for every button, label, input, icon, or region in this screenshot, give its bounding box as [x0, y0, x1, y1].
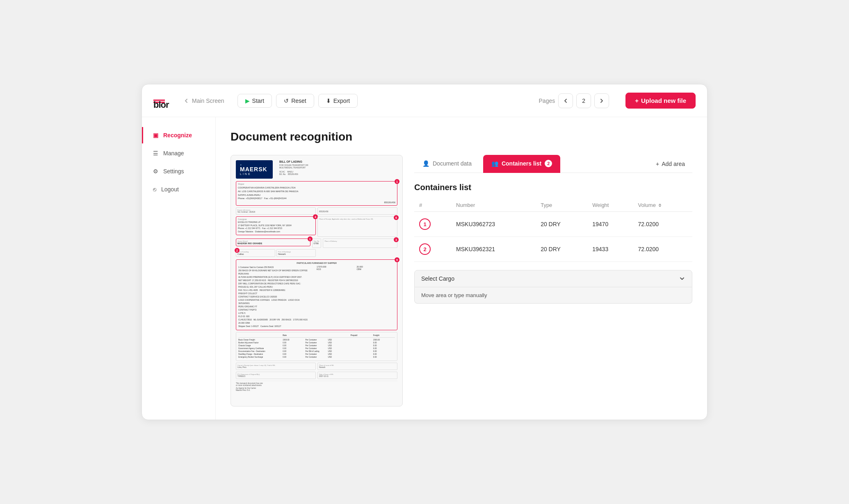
tab-document-data[interactable]: 👤 Document data: [414, 155, 480, 173]
row2-weight: 19433: [587, 237, 633, 262]
voyage: Voy. No. 0766: [312, 238, 322, 248]
reset-icon: ↺: [284, 98, 289, 104]
logout-icon: ⎋: [153, 186, 156, 193]
col-weight: Weight: [587, 199, 633, 212]
start-button[interactable]: ▶ Start: [237, 94, 272, 108]
right-panel: 👤 Document data 👥 Containers list 2 + Ad…: [414, 155, 692, 406]
consignee-section: 4 Consignee EXCELCO TRADING LP17 BATTERY…: [236, 216, 316, 235]
sidebar-item-logout[interactable]: ⎋ Logout: [142, 181, 215, 198]
bill-sub: FOR OCEAN TRANSPORT ORMULTIMODAL TRANSPO…: [279, 164, 397, 169]
app-frame: blor Main Screen ▶ Start ↺ Reset ⬇ Expor…: [142, 84, 708, 420]
header: blor Main Screen ▶ Start ↺ Reset ⬇ Expor…: [142, 84, 707, 117]
row2-number: MSKU3962321: [451, 237, 536, 262]
sidebar-item-recognize[interactable]: ▣ Recognize: [142, 127, 215, 143]
section-num-6: 6: [394, 215, 399, 220]
doc-footer-text: This transport document has oneor more n…: [236, 381, 397, 391]
vessel-section: 1 Ocean Vessel MAERSK RIO GRANDE: [236, 238, 310, 246]
port-discharge: Port of Discharge Newark: [276, 249, 316, 257]
select-cargo-dropdown[interactable]: Select Cargo: [414, 270, 692, 287]
place-issue: Place of issue of B/L Newark: [317, 363, 397, 370]
row1-num: 1: [414, 212, 451, 237]
back-label: Main Screen: [192, 98, 224, 104]
freight-section: RatePrepaidFreight Basic Ocean Freight15…: [236, 332, 397, 361]
page-title: Document recognition: [231, 130, 692, 143]
reset-label: Reset: [291, 98, 306, 104]
app-body: ▣ Recognize ☰ Manage ⚙ Settings ⎋ Logout…: [142, 117, 707, 420]
select-cargo-area: Select Cargo Move area or type manually: [414, 270, 692, 304]
prev-page-icon: [563, 98, 568, 104]
port-row: 2 Port of Loading Callao Port of Dischar…: [236, 249, 316, 257]
section-num-vessel: 1: [308, 236, 313, 241]
scac-bl: SCAC MAEU B/L No. 855291456: [279, 170, 397, 175]
tab-document-data-label: Document data: [433, 160, 472, 167]
add-area-button[interactable]: + Add area: [648, 157, 692, 171]
next-page-button[interactable]: [594, 93, 609, 108]
upload-label: Upload new file: [641, 97, 686, 104]
place-receipt: 6 Place of Receipt. Applicable only when…: [317, 216, 397, 237]
pages-label: Pages: [539, 98, 555, 104]
row1-circle: 1: [419, 218, 431, 230]
tabs-row: 👤 Document data 👥 Containers list 2 + Ad…: [414, 155, 692, 173]
export-label: Export: [333, 98, 350, 104]
row1-volume: 72.0200: [633, 212, 692, 237]
table-row: 1 MSKU3962723 20 DRY 19470 72.0200: [414, 212, 692, 237]
col-volume: Volume: [633, 199, 692, 212]
settings-icon: ⚙: [153, 168, 158, 175]
sidebar: ▣ Recognize ☰ Manage ⚙ Settings ⎋ Logout: [142, 117, 216, 420]
containers-table: # Number Type Weight Volume: [414, 199, 692, 262]
pages-nav: Pages 2: [539, 93, 609, 108]
sidebar-item-settings[interactable]: ⚙ Settings: [142, 163, 215, 179]
tab-containers-list[interactable]: 👥 Containers list 2: [483, 155, 560, 173]
section-num-9: 9: [395, 257, 399, 262]
col-type: Type: [536, 199, 587, 212]
section-num-3: 3: [394, 237, 399, 242]
originals: P/ # Sequence of Original B(s) THREE/3: [236, 372, 316, 379]
sort-icon: [657, 203, 662, 208]
document-preview: ★ MAERSK LINE BILL OF LADING FOR OCEAN T…: [231, 155, 403, 406]
document-inner: ★ MAERSK LINE BILL OF LADING FOR OCEAN T…: [231, 155, 402, 396]
logo-text: blor: [153, 100, 165, 101]
people-icon: 👥: [491, 160, 498, 167]
sidebar-item-label-settings: Settings: [163, 168, 184, 175]
containers-section: Containers list # Number Type Weight: [414, 179, 692, 304]
export-icon: ⬇: [326, 98, 331, 104]
bill-title: BILL OF LADING: [279, 160, 397, 163]
bl-number: 855291456: [317, 207, 397, 215]
upload-button[interactable]: + Upload new file: [625, 93, 696, 109]
sidebar-item-manage[interactable]: ☰ Manage: [142, 145, 215, 161]
col-number: Number: [451, 199, 536, 212]
select-cargo-label: Select Cargo: [421, 275, 454, 282]
signed-at: Carrier's Receipt (see clause 1 amp 14).…: [236, 363, 316, 370]
back-button[interactable]: Main Screen: [183, 98, 224, 104]
start-icon: ▶: [245, 98, 250, 104]
reset-button[interactable]: ↺ Reset: [276, 94, 314, 108]
add-area-label: Add area: [662, 161, 685, 167]
row2-num: 2: [414, 237, 451, 262]
table-row: 2 MSKU3962321 20 DRY 19433 72.0200: [414, 237, 692, 262]
section-num-1: 1: [395, 179, 399, 184]
particulars-section: 9 PARTICULARS FURNISHED BY SHIPPER 1 Con…: [236, 259, 397, 330]
date-of-issue: Date of Issue of B/L 2007-10-11: [317, 372, 397, 379]
page-number: 2: [576, 93, 591, 108]
port-loading: 2 Port of Loading Callao: [236, 249, 275, 257]
logo: blor: [153, 99, 165, 103]
move-area-text: Move area or type manually: [421, 292, 487, 298]
header-actions: ▶ Start ↺ Reset ⬇ Export: [237, 94, 529, 108]
back-arrow-icon: [183, 98, 189, 104]
recognize-icon: ▣: [153, 132, 158, 138]
prev-page-button[interactable]: [558, 93, 573, 108]
row1-weight: 19470: [587, 212, 633, 237]
sidebar-item-label-manage: Manage: [163, 150, 184, 157]
manage-icon: ☰: [153, 150, 158, 157]
sidebar-item-label-recognize: Recognize: [163, 132, 192, 138]
row1-type: 20 DRY: [536, 212, 587, 237]
row1-number: MSKU3962723: [451, 212, 536, 237]
chevron-down-icon: [679, 275, 685, 282]
next-page-icon: [599, 98, 605, 104]
export-button[interactable]: ⬇ Export: [318, 94, 358, 108]
main-content: Document recognition ★ MAERSK LINE: [216, 117, 707, 420]
containers-title: Containers list: [414, 183, 692, 192]
row2-volume: 72.0200: [633, 237, 692, 262]
table-header-row: # Number Type Weight Volume: [414, 199, 692, 212]
port-delivery: 3 Place of Delivery: [323, 238, 397, 248]
